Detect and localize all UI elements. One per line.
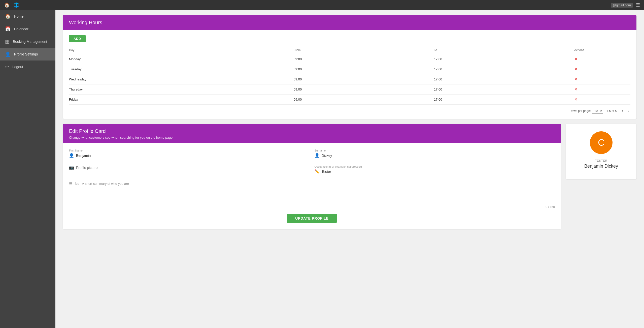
rows-per-page: Rows per page: 10 25 50 — [570, 108, 603, 114]
person-icon: 👤 — [69, 153, 74, 158]
sidebar-item-profile[interactable]: 👤 Profile Settings — [0, 48, 55, 61]
bio-label: Bio - A short summary of who you are — [75, 182, 129, 186]
working-hours-table: Day From To Actions Monday 09:00 17:00 ✕… — [69, 46, 630, 105]
bio-counter: 0 / 150 — [69, 205, 555, 209]
picture-occupation-row: 📷 Occupation (For example: hairdresser) … — [69, 165, 555, 175]
table-row: Monday 09:00 17:00 ✕ — [69, 54, 630, 64]
first-name-field: First Name 👤 — [69, 149, 310, 159]
cell-day: Tuesday — [69, 64, 294, 74]
home-icon[interactable]: 🏠 — [4, 2, 10, 8]
first-name-input[interactable] — [76, 154, 310, 158]
next-page-button[interactable]: › — [626, 108, 630, 114]
home-nav-icon: 🏠 — [5, 14, 11, 19]
surname-input[interactable] — [322, 154, 555, 158]
cell-actions: ✕ — [574, 95, 630, 105]
globe-icon[interactable]: 🌐 — [14, 2, 19, 8]
edit-profile-title: Edit Profile Card — [69, 128, 555, 134]
cell-day: Friday — [69, 95, 294, 105]
add-button[interactable]: ADD — [69, 35, 86, 42]
sidebar-label-calendar: Calendar — [14, 27, 28, 31]
profile-nav-icon: 👤 — [5, 51, 11, 57]
prev-page-button[interactable]: ‹ — [620, 108, 624, 114]
pencil-icon: ✏️ — [315, 169, 320, 174]
working-hours-title: Working Hours — [69, 20, 102, 25]
topbar: 🏠 🌐 @gmail.com ☰ — [0, 0, 644, 10]
page-nav: ‹ › — [620, 108, 630, 114]
surname-label: Surname — [315, 149, 555, 152]
delete-icon[interactable]: ✕ — [574, 77, 578, 81]
edit-profile-body: First Name 👤 Surname 👤 — [63, 143, 561, 229]
delete-icon[interactable]: ✕ — [574, 87, 578, 92]
col-header-actions: Actions — [574, 46, 630, 54]
table-footer: Rows per page: 10 25 50 1-5 of 5 ‹ › — [69, 108, 630, 114]
bio-textarea[interactable] — [69, 188, 555, 203]
cell-from: 09:00 — [294, 74, 434, 84]
col-header-to: To — [434, 46, 574, 54]
name-row: First Name 👤 Surname 👤 — [69, 149, 555, 159]
cell-to: 17:00 — [434, 84, 574, 95]
calendar-nav-icon: 📅 — [5, 26, 11, 32]
booking-nav-icon: ▦ — [5, 39, 9, 44]
col-header-from: From — [294, 46, 434, 54]
camera-icon: 📷 — [69, 165, 74, 170]
sidebar-label-logout: Logout — [12, 65, 23, 69]
bio-label-row: ☰ Bio - A short summary of who you are — [69, 181, 555, 186]
cell-actions: ✕ — [574, 84, 630, 95]
cell-from: 09:00 — [294, 54, 434, 64]
occupation-field: Occupation (For example: hairdresser) ✏️ — [315, 165, 555, 175]
topbar-right: @gmail.com ☰ — [611, 2, 640, 8]
bio-icon: ☰ — [69, 181, 73, 186]
col-header-day: Day — [69, 46, 294, 54]
surname-wrapper: 👤 — [315, 153, 555, 159]
delete-icon[interactable]: ✕ — [574, 57, 578, 61]
cell-actions: ✕ — [574, 54, 630, 64]
sidebar-item-booking[interactable]: ▦ Booking Management — [0, 35, 55, 48]
avatar: C — [590, 131, 613, 154]
cell-from: 09:00 — [294, 64, 434, 74]
sidebar: 🏠 Home 📅 Calendar ▦ Booking Management 👤… — [0, 10, 55, 328]
page-info: 1-5 of 5 — [606, 109, 617, 113]
preview-name: Benjamin Dickey — [584, 164, 618, 169]
layout: 🏠 Home 📅 Calendar ▦ Booking Management 👤… — [0, 10, 644, 328]
menu-icon[interactable]: ☰ — [636, 2, 640, 8]
delete-icon[interactable]: ✕ — [574, 97, 578, 102]
cell-from: 09:00 — [294, 95, 434, 105]
table-row: Thursday 09:00 17:00 ✕ — [69, 84, 630, 95]
rows-per-page-select[interactable]: 10 25 50 — [592, 108, 603, 114]
person-icon-2: 👤 — [315, 153, 320, 158]
sidebar-item-calendar[interactable]: 📅 Calendar — [0, 23, 55, 35]
cell-actions: ✕ — [574, 64, 630, 74]
occupation-input[interactable] — [322, 170, 555, 174]
edit-profile-subtitle: Change what customers see when searching… — [69, 136, 555, 139]
sidebar-label-home: Home — [14, 14, 23, 18]
cell-to: 17:00 — [434, 64, 574, 74]
cell-actions: ✕ — [574, 74, 630, 84]
update-profile-button[interactable]: UPDATE PROFILE — [287, 214, 336, 223]
surname-field: Surname 👤 — [315, 149, 555, 159]
occupation-label: Occupation (For example: hairdresser) — [315, 165, 555, 168]
cell-day: Thursday — [69, 84, 294, 95]
main-content: Working Hours ADD Day From To Actions — [55, 10, 644, 328]
first-name-label: First Name — [69, 149, 310, 152]
sidebar-item-home[interactable]: 🏠 Home — [0, 10, 55, 23]
sidebar-label-booking: Booking Management — [13, 40, 47, 44]
profile-picture-field: 📷 — [69, 165, 310, 175]
cell-to: 17:00 — [434, 74, 574, 84]
table-row: Friday 09:00 17:00 ✕ — [69, 95, 630, 105]
edit-profile-header: Edit Profile Card Change what customers … — [63, 124, 561, 143]
sidebar-label-profile: Profile Settings — [14, 52, 38, 56]
cell-day: Wednesday — [69, 74, 294, 84]
profile-layout: Edit Profile Card Change what customers … — [63, 124, 636, 234]
delete-icon[interactable]: ✕ — [574, 67, 578, 71]
edit-profile-card: Edit Profile Card Change what customers … — [63, 124, 561, 229]
first-name-wrapper: 👤 — [69, 153, 310, 159]
table-row: Wednesday 09:00 17:00 ✕ — [69, 74, 630, 84]
cell-from: 09:00 — [294, 84, 434, 95]
working-hours-body: ADD Day From To Actions Monday 09:00 17:… — [63, 30, 636, 119]
profile-picture-wrapper: 📷 — [69, 165, 310, 171]
table-row: Tuesday 09:00 17:00 ✕ — [69, 64, 630, 74]
bio-field: ☰ Bio - A short summary of who you are 0… — [69, 181, 555, 209]
working-hours-card: Working Hours ADD Day From To Actions — [63, 15, 636, 119]
sidebar-item-logout[interactable]: ↩ Logout — [0, 61, 55, 73]
profile-picture-input[interactable] — [76, 166, 310, 170]
